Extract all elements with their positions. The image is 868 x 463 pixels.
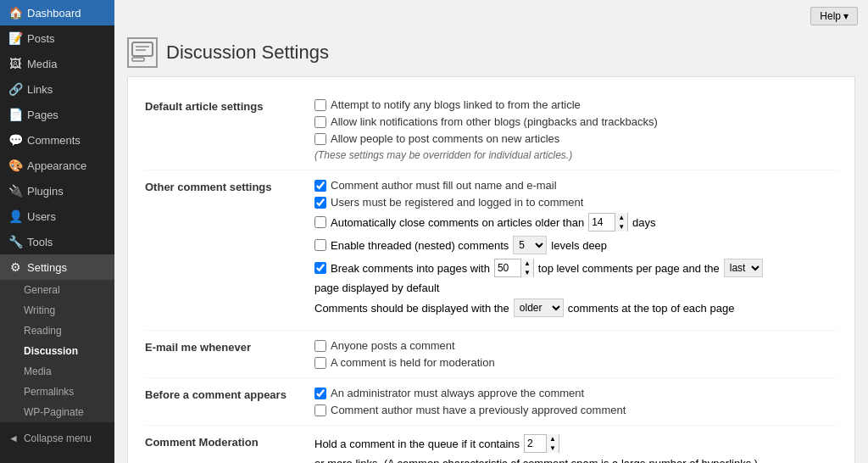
display-order-row: Comments should be displayed with the ol… <box>314 298 837 317</box>
break-pages-input[interactable] <box>495 259 520 276</box>
default-article-label: Default article settings <box>145 98 314 113</box>
allow-post-comments-label: Allow people to post comments on new art… <box>331 132 559 145</box>
break-pages-label-mid: top level comments per page and the <box>538 262 720 275</box>
admin-approve-checkbox[interactable] <box>314 388 326 399</box>
moderation-row: Comment Moderation Hold a comment in the… <box>145 426 837 463</box>
links-icon: 🔗 <box>8 82 22 96</box>
hold-links-spinner[interactable]: ▲ ▼ <box>524 434 559 453</box>
submenu-media[interactable]: Media <box>0 361 114 382</box>
submenu-general[interactable]: General <box>0 280 114 300</box>
help-label: Help <box>820 10 841 22</box>
sidebar-item-label: Settings <box>27 261 67 274</box>
svg-rect-1 <box>132 58 144 61</box>
help-button[interactable]: Help ▾ <box>810 7 858 25</box>
admin-approve-option[interactable]: An administrator must always approve the… <box>314 387 837 399</box>
anyone-posts-checkbox[interactable] <box>314 340 326 352</box>
before-comment-content: An administrator must always approve the… <box>314 387 837 416</box>
break-pages-spinner[interactable]: ▲ ▼ <box>494 259 534 277</box>
prev-approved-checkbox[interactable] <box>314 404 326 416</box>
auto-close-input[interactable] <box>589 214 615 231</box>
author-fill-checkbox[interactable] <box>314 180 326 192</box>
media-icon: 🖼 <box>8 57 22 70</box>
pages-icon: 📄 <box>8 108 22 121</box>
break-pages-order-select[interactable]: lastfirst <box>724 259 763 277</box>
sidebar-item-comments[interactable]: 💬Comments <box>0 127 114 153</box>
sidebar-item-label: Media <box>27 58 57 70</box>
break-pages-up-button[interactable]: ▲ <box>521 259 533 268</box>
before-comment-row: Before a comment appears An administrato… <box>145 378 837 426</box>
break-pages-checkbox[interactable] <box>314 262 326 274</box>
threaded-select[interactable]: 5234678910 <box>513 236 547 254</box>
display-order-select[interactable]: oldernewer <box>514 298 564 317</box>
notify-blogs-label: Attempt to notify any blogs linked to fr… <box>331 98 581 111</box>
submenu-permalinks[interactable]: Permalinks <box>0 382 114 402</box>
submenu-discussion[interactable]: Discussion <box>0 341 114 361</box>
threaded-row: Enable threaded (nested) comments 523467… <box>314 236 837 254</box>
sidebar-item-dashboard[interactable]: 🏠Dashboard <box>0 0 114 25</box>
submenu-wp-paginate[interactable]: WP-Paginate <box>0 402 114 422</box>
sidebar-item-appearance[interactable]: 🎨Appearance <box>0 153 114 178</box>
page-header: Discussion Settings <box>114 29 868 76</box>
auto-close-checkbox[interactable] <box>314 216 326 228</box>
settings-content: Default article settings Attempt to noti… <box>127 76 855 463</box>
sidebar-item-label: Tools <box>27 236 53 248</box>
allow-post-comments-option[interactable]: Allow people to post comments on new art… <box>314 132 837 145</box>
submenu-writing[interactable]: Writing <box>0 300 114 321</box>
moderation-label: Comment Moderation <box>145 434 314 449</box>
sidebar-item-posts[interactable]: 📝Posts <box>0 25 114 51</box>
svg-rect-0 <box>132 42 153 56</box>
hold-links-input[interactable] <box>525 435 546 452</box>
sidebar-item-settings[interactable]: ⚙Settings <box>0 254 114 280</box>
prev-approved-option[interactable]: Comment author must have a previously ap… <box>314 404 837 416</box>
main-content: Help ▾ Discussion Settings Default artic… <box>114 0 868 463</box>
auto-close-down-button[interactable]: ▼ <box>615 222 627 232</box>
held-moderation-option[interactable]: A comment is held for moderation <box>314 356 837 369</box>
anyone-posts-option[interactable]: Anyone posts a comment <box>314 339 837 352</box>
other-comment-row: Other comment settings Comment author mu… <box>145 170 837 331</box>
hold-links-down-button[interactable]: ▼ <box>547 443 559 453</box>
auto-close-label-after: days <box>632 216 655 229</box>
other-comment-content: Comment author must fill out name and e-… <box>314 179 837 321</box>
break-pages-row: Break comments into pages with ▲ ▼ top l… <box>314 259 837 294</box>
page-title: Discussion Settings <box>166 42 329 64</box>
admin-approve-label: An administrator must always approve the… <box>331 387 584 399</box>
allow-post-comments-checkbox[interactable] <box>314 133 326 145</box>
sidebar-item-label: Pages <box>27 109 58 121</box>
auto-close-up-button[interactable]: ▲ <box>615 213 627 222</box>
registered-option[interactable]: Users must be registered and logged in t… <box>314 196 837 209</box>
hold-after-label: or more links. (A common characteristic … <box>314 457 758 463</box>
auto-close-spinner[interactable]: ▲ ▼ <box>588 213 628 232</box>
threaded-checkbox[interactable] <box>314 239 326 251</box>
held-moderation-checkbox[interactable] <box>314 357 326 369</box>
link-notifications-option[interactable]: Allow link notifications from other blog… <box>314 115 837 128</box>
notify-blogs-option[interactable]: Attempt to notify any blogs linked to fr… <box>314 98 837 111</box>
notify-blogs-checkbox[interactable] <box>314 99 326 111</box>
sidebar-item-media[interactable]: 🖼Media <box>0 51 114 76</box>
default-article-content: Attempt to notify any blogs linked to fr… <box>314 98 837 161</box>
link-notifications-checkbox[interactable] <box>314 116 326 128</box>
plugins-icon: 🔌 <box>8 184 22 198</box>
break-pages-spinner-buttons: ▲ ▼ <box>520 259 533 277</box>
sidebar-item-pages[interactable]: 📄Pages <box>0 102 114 127</box>
sidebar-item-tools[interactable]: 🔧Tools <box>0 229 114 254</box>
sidebar-item-plugins[interactable]: 🔌Plugins <box>0 178 114 204</box>
page-icon <box>127 37 158 68</box>
collapse-menu-button[interactable]: ◄ Collapse menu <box>0 426 114 451</box>
collapse-menu-label: Collapse menu <box>24 432 92 444</box>
default-article-row: Default article settings Attempt to noti… <box>145 90 837 170</box>
other-comment-label: Other comment settings <box>145 179 314 193</box>
break-pages-label-before: Break comments into pages with <box>331 262 490 275</box>
sidebar-item-users[interactable]: 👤Users <box>0 204 114 229</box>
auto-close-spinner-buttons: ▲ ▼ <box>615 213 627 232</box>
auto-close-label-before: Automatically close comments on articles… <box>331 216 584 229</box>
settings-icon: ⚙ <box>8 260 22 274</box>
sidebar-item-links[interactable]: 🔗Links <box>0 76 114 102</box>
display-order-label-after: comments at the top of each page <box>568 302 735 315</box>
moderation-content: Hold a comment in the queue if it contai… <box>314 434 837 463</box>
hold-links-up-button[interactable]: ▲ <box>547 434 559 443</box>
registered-checkbox[interactable] <box>314 197 326 209</box>
sidebar-item-label: Appearance <box>27 159 86 172</box>
author-fill-option[interactable]: Comment author must fill out name and e-… <box>314 179 837 192</box>
submenu-reading[interactable]: Reading <box>0 321 114 341</box>
break-pages-down-button[interactable]: ▼ <box>521 268 533 277</box>
